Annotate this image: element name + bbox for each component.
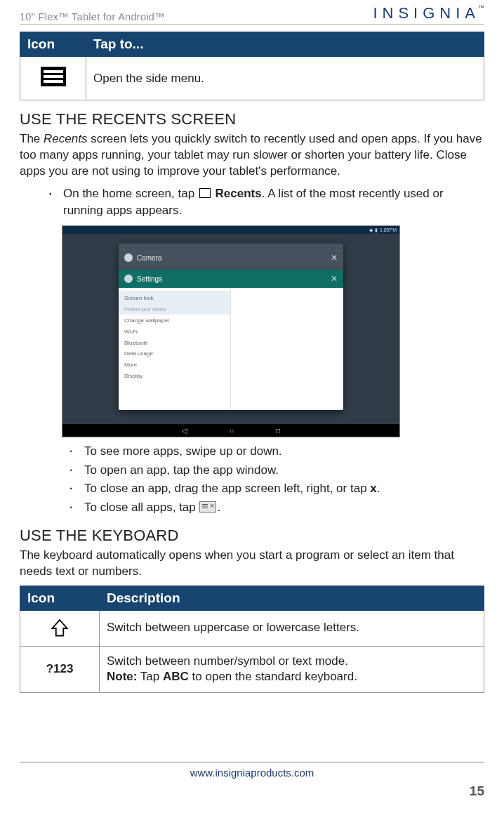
footer-url: www.insigniaproducts.com xyxy=(190,767,314,779)
recents-square-icon xyxy=(199,188,211,198)
list-item: To see more apps, swipe up or down. xyxy=(70,443,484,461)
cell-icon xyxy=(20,57,86,100)
section-title-recents: USE THE RECENTS SCREEN xyxy=(20,110,484,128)
android-navbar: ◁ ○ □ xyxy=(62,424,399,437)
icon-tap-table: Icon Tap to... Open the side menu. xyxy=(20,32,484,100)
cell-icon-q123: ?123 xyxy=(20,646,100,693)
clear-all-icon xyxy=(199,501,216,513)
hamburger-icon xyxy=(41,67,66,86)
cell-desc: Switch between uppercase or lowercase le… xyxy=(100,610,484,646)
nav-recents-icon: □ xyxy=(276,427,280,435)
keyboard-icon-table: Icon Description Switch between uppercas… xyxy=(20,586,484,694)
section-title-keyboard: USE THE KEYBOARD xyxy=(20,527,484,545)
th-icon: Icon xyxy=(20,32,86,57)
nav-home-icon: ○ xyxy=(230,427,234,435)
battery-icon: ▮ xyxy=(375,227,378,233)
brand-logo: INSIGNIA™ xyxy=(373,4,484,22)
tablet-screenshot: ◆ ▮ 1:05PM Camera ✕ Settings ✕ xyxy=(62,225,400,437)
wifi-icon: ◆ xyxy=(369,227,373,233)
close-icon: ✕ xyxy=(331,253,338,263)
cell-desc: Open the side menu. xyxy=(86,57,484,100)
th-tapto: Tap to... xyxy=(86,32,484,57)
camera-label: Camera xyxy=(137,254,162,262)
page-footer: www.insigniaproducts.com 15 xyxy=(20,762,484,799)
recents-card-camera: Camera ✕ xyxy=(119,244,343,272)
shift-key-icon xyxy=(27,618,92,639)
page-number: 15 xyxy=(20,784,484,799)
inner-bullet-list: To see more apps, swipe up or down. To o… xyxy=(70,443,484,517)
th-description: Description xyxy=(100,586,484,610)
settings-right-column xyxy=(231,288,343,410)
recents-paragraph: The Recents screen lets you quickly swit… xyxy=(20,131,484,180)
document-page: 10" Flex™ Tablet for Android™ INSIGNIA™ … xyxy=(0,0,504,813)
list-item: To close all apps, tap . xyxy=(70,499,484,517)
page-content: Icon Tap to... Open the side menu. USE T… xyxy=(20,25,484,693)
outer-bullet-list: On the home screen, tap Recents. A list … xyxy=(49,185,484,220)
th-icon: Icon xyxy=(20,586,100,610)
gear-icon xyxy=(124,275,133,283)
keyboard-paragraph: The keyboard automatically opens when yo… xyxy=(20,548,484,580)
table-row: Open the side menu. xyxy=(20,57,484,100)
product-name: 10" Flex™ Tablet for Android™ xyxy=(20,11,165,22)
settings-label: Settings xyxy=(137,275,162,283)
status-time: 1:05PM xyxy=(380,227,397,232)
recents-card-settings: Settings ✕ Screen lock Protect your devi… xyxy=(119,270,343,410)
settings-left-column: Screen lock Protect your device Change w… xyxy=(119,288,231,410)
status-bar: ◆ ▮ 1:05PM xyxy=(62,226,399,234)
page-header: 10" Flex™ Tablet for Android™ INSIGNIA™ xyxy=(20,0,484,25)
list-item: To open an app, tap the app window. xyxy=(70,462,484,480)
cell-icon xyxy=(20,610,100,646)
list-item: To close an app, drag the app screen lef… xyxy=(70,480,484,498)
camera-icon xyxy=(124,253,133,262)
close-icon: ✕ xyxy=(331,274,338,284)
nav-back-icon: ◁ xyxy=(182,427,187,435)
cell-desc: Switch between number/symbol or text mod… xyxy=(100,646,484,693)
table-row: ?123 Switch between number/symbol or tex… xyxy=(20,646,484,693)
table-row: Switch between uppercase or lowercase le… xyxy=(20,610,484,646)
list-item: On the home screen, tap Recents. A list … xyxy=(49,185,484,220)
